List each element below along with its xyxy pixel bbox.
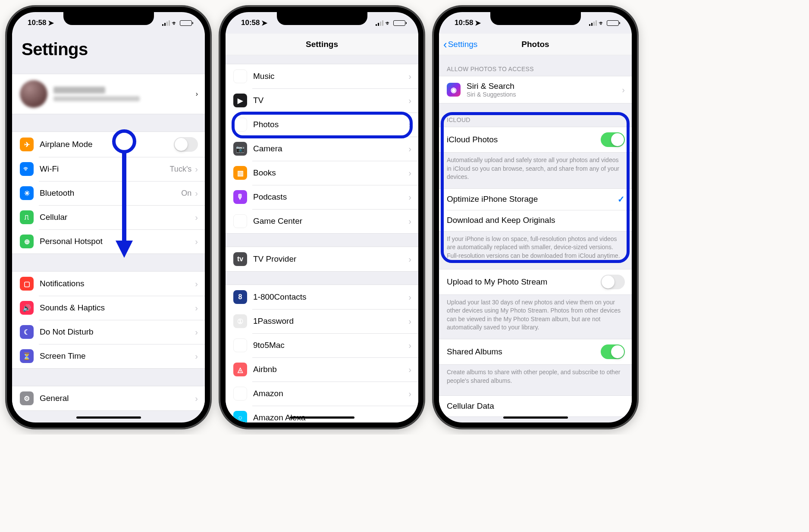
settings-row-music[interactable]: ♫Music› xyxy=(226,64,418,88)
chevron-right-icon: › xyxy=(408,192,411,202)
tv-icon: ▶ xyxy=(233,94,247,107)
settings-row-bluetooth[interactable]: ✳BluetoothOn› xyxy=(12,181,205,205)
back-button[interactable]: ‹ Settings xyxy=(443,34,477,55)
battery-icon xyxy=(393,20,405,26)
chevron-right-icon: › xyxy=(408,413,411,423)
photo-stream-cell[interactable]: Upload to My Photo Stream xyxy=(439,269,632,295)
settings-row-sounds-haptics[interactable]: 🔊Sounds & Haptics› xyxy=(12,296,205,320)
icloud-photos-cell[interactable]: iCloud Photos xyxy=(439,127,632,153)
toggle[interactable] xyxy=(174,137,198,152)
settings-row-do-not-disturb[interactable]: ☾Do Not Disturb› xyxy=(12,320,205,344)
phone-2: 10:58 ➤ ᯤ Settings ♫Music›▶TV›❀Photos›📷C… xyxy=(219,6,424,429)
chevron-right-icon: › xyxy=(195,213,198,222)
profile-name-blurred xyxy=(53,87,105,94)
settings-row-game-center[interactable]: ◑Game Center› xyxy=(226,209,418,234)
icloud-photos-toggle[interactable] xyxy=(601,132,625,147)
checkmark-icon: ✓ xyxy=(618,194,625,204)
row-label: Notifications xyxy=(40,279,195,288)
settings-row-personal-hotspot[interactable]: ⊕Personal Hotspot› xyxy=(12,229,205,254)
row-label: Cellular xyxy=(40,213,195,222)
row-label: Amazon xyxy=(253,389,408,398)
screen-time-icon: ⏳ xyxy=(20,349,34,363)
screen-1: 10:58 ➤ ᯤ Settings › ✈Airplane ModeᯤWi-F… xyxy=(12,12,205,422)
settings-row-9to5mac[interactable]: ◔9to5Mac› xyxy=(226,333,418,357)
avatar xyxy=(20,80,47,108)
settings-row-amazon-alexa[interactable]: ○Amazon Alexa› xyxy=(226,406,418,422)
music-icon: ♫ xyxy=(233,69,247,83)
chevron-right-icon: › xyxy=(408,120,411,130)
cellular-data-cell[interactable]: Cellular Data xyxy=(439,395,632,417)
siri-subtitle: Siri & Suggestions xyxy=(467,91,622,98)
settings-row-amazon[interactable]: amzAmazon› xyxy=(226,382,418,406)
chevron-right-icon: › xyxy=(408,341,411,350)
row-label: Books xyxy=(253,168,408,178)
1password-icon: ① xyxy=(233,314,247,328)
download-originals-cell[interactable]: Download and Keep Originals xyxy=(439,210,632,232)
chevron-right-icon: › xyxy=(196,90,198,98)
sounds-haptics-icon: 🔊 xyxy=(20,301,34,315)
nav-bar: Settings xyxy=(226,34,418,55)
cellular-signal-icon xyxy=(589,20,597,26)
settings-row-notifications[interactable]: ▢Notifications› xyxy=(12,271,205,296)
settings-row-1password[interactable]: ①1Password› xyxy=(226,309,418,333)
row-detail: On xyxy=(181,189,191,198)
chevron-right-icon: › xyxy=(195,279,198,289)
row-label: Screen Time xyxy=(40,351,195,361)
shared-albums-cell[interactable]: Shared Albums xyxy=(439,339,632,365)
airplane-mode-icon: ✈ xyxy=(20,138,34,151)
settings-row-airbnb[interactable]: ◬Airbnb› xyxy=(226,357,418,382)
row-label: Music xyxy=(253,72,408,81)
optimize-storage-cell[interactable]: Optimize iPhone Storage ✓ xyxy=(439,188,632,210)
chevron-right-icon: › xyxy=(622,85,625,95)
notifications-icon: ▢ xyxy=(20,277,34,291)
row-label: Personal Hotspot xyxy=(40,237,195,246)
settings-row-airplane-mode[interactable]: ✈Airplane Mode xyxy=(12,131,205,157)
row-label: 9to5Mac xyxy=(253,341,408,350)
siri-search-cell[interactable]: ◉ Siri & Search Siri & Suggestions › xyxy=(439,76,632,103)
chevron-right-icon: › xyxy=(408,316,411,326)
status-time: 10:58 xyxy=(455,19,473,27)
row-label: General xyxy=(40,394,195,403)
chevron-right-icon: › xyxy=(195,394,198,404)
notch xyxy=(277,12,367,25)
profile-sub-blurred xyxy=(53,96,140,101)
chevron-left-icon: ‹ xyxy=(443,39,447,50)
settings-row-cellular[interactable]: ⎍Cellular› xyxy=(12,205,205,229)
shared-albums-toggle[interactable] xyxy=(601,344,625,359)
chevron-right-icon: › xyxy=(195,327,198,337)
row-label: Camera xyxy=(253,144,408,153)
settings-row-books[interactable]: ▥Books› xyxy=(226,161,418,185)
general-icon: ⚙ xyxy=(20,391,34,405)
row-label: Podcasts xyxy=(253,192,408,202)
bluetooth-icon: ✳ xyxy=(20,186,34,200)
home-indicator[interactable] xyxy=(503,416,568,419)
settings-row-screen-time[interactable]: ⏳Screen Time› xyxy=(12,344,205,369)
chevron-right-icon: › xyxy=(195,188,198,198)
settings-row-general[interactable]: ⚙General› xyxy=(12,386,205,411)
cellular-icon: ⎍ xyxy=(20,210,34,224)
location-icon: ➤ xyxy=(261,19,267,28)
settings-row-tv[interactable]: ▶TV› xyxy=(226,88,418,113)
settings-row-camera[interactable]: 📷Camera› xyxy=(226,137,418,161)
row-label: Wi-Fi xyxy=(40,164,170,174)
wifi-icon: ᯤ xyxy=(172,19,178,27)
tv-provider-icon: tv xyxy=(233,252,247,266)
photo-stream-toggle[interactable] xyxy=(601,275,625,289)
settings-row-podcasts[interactable]: 🎙Podcasts› xyxy=(226,185,418,209)
settings-row-tv-provider[interactable]: tvTV Provider› xyxy=(226,247,418,272)
nav-bar: ‹ Settings Photos xyxy=(439,34,632,55)
settings-row-photos[interactable]: ❀Photos› xyxy=(226,113,418,137)
home-indicator[interactable] xyxy=(76,416,141,419)
home-indicator[interactable] xyxy=(290,416,354,419)
airbnb-icon: ◬ xyxy=(233,363,247,376)
row-label: TV Provider xyxy=(253,254,408,264)
settings-row-1-800contacts[interactable]: 81-800Contacts› xyxy=(226,285,418,309)
settings-row-wi-fi[interactable]: ᯤWi-FiTuck's› xyxy=(12,157,205,181)
row-label: Do Not Disturb xyxy=(40,327,195,337)
siri-title: Siri & Search xyxy=(467,81,622,91)
row-label: Photos xyxy=(253,120,408,129)
status-time: 10:58 xyxy=(28,19,46,27)
apple-id-cell[interactable]: › xyxy=(12,74,205,114)
storage-footer: If your iPhone is low on space, full-res… xyxy=(439,232,632,265)
battery-icon xyxy=(180,20,192,26)
